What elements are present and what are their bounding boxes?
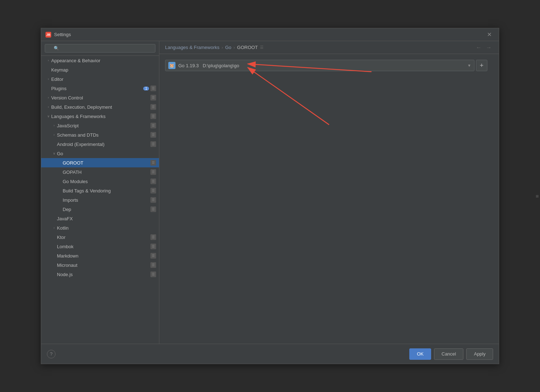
go-icon: 🐹 [168, 62, 175, 69]
plus-icon: + [480, 62, 484, 69]
sidebar-item-appearance[interactable]: › Appearance & Behavior [41, 56, 159, 65]
nav-back-arrow[interactable]: ← [474, 44, 483, 52]
sidebar-item-android[interactable]: Android (Experimental) ☰ [41, 139, 159, 149]
settings-icon: ☰ [150, 132, 156, 138]
sidebar-item-schemas[interactable]: › Schemas and DTDs ☰ [41, 130, 159, 139]
cancel-button[interactable]: Cancel [434, 348, 463, 360]
sidebar-item-kotlin[interactable]: › Kotlin [41, 223, 159, 232]
settings-icon: ☰ [150, 262, 156, 268]
sidebar-item-imports[interactable]: Imports ☰ [41, 195, 159, 205]
sidebar-item-goroot[interactable]: GOROOT ☰ [41, 158, 159, 167]
sidebar-item-label: GOROOT [63, 160, 149, 166]
breadcrumb-current: GOROOT [237, 45, 258, 50]
sidebar-item-label: Go Modules [63, 179, 149, 184]
settings-dialog: JB Settings ✕ 🔍 › Appearance & Behavior [41, 28, 499, 364]
sidebar-item-label: Go [57, 151, 156, 156]
breadcrumb-sep1: › [222, 45, 223, 50]
app-icon-label: JB [46, 33, 50, 36]
footer-buttons: OK Cancel Apply [409, 348, 493, 360]
chevron-down-icon: ∨ [45, 114, 51, 118]
nav-forward-arrow[interactable]: → [484, 44, 493, 52]
settings-icon: ☰ [150, 244, 156, 249]
content-area: Languages & Frameworks › Go › GOROOT ☰ ←… [159, 41, 499, 344]
sidebar-item-label: Build, Execution, Deployment [51, 104, 149, 110]
apply-button[interactable]: Apply [466, 348, 493, 360]
breadcrumb-part1: Languages & Frameworks [165, 45, 220, 50]
sidebar-item-label: Keymap [51, 67, 156, 73]
settings-icon: ☰ [150, 197, 156, 203]
sidebar-item-label: Languages & Frameworks [51, 114, 149, 119]
sidebar-item-label: Lombok [57, 244, 149, 249]
help-label: ? [50, 351, 52, 357]
settings-icon: ☰ [150, 271, 156, 277]
sidebar-item-build[interactable]: › Build, Execution, Deployment ☰ [41, 102, 159, 112]
sidebar-item-label: Schemas and DTDs [57, 132, 149, 138]
plugins-badge: 1 [143, 87, 149, 90]
go-version-dropdown[interactable]: 🐹 Go 1.19.3 D:\plug\golang\go ▼ [165, 60, 474, 71]
sidebar-item-label: Dep [63, 207, 149, 212]
chevron-right-icon: › [51, 226, 57, 230]
content-main: 🐹 Go 1.19.3 D:\plug\golang\go ▼ + [159, 54, 499, 344]
sidebar-item-ktor[interactable]: Ktor ☰ [41, 232, 159, 242]
settings-icon: ☰ [150, 178, 156, 184]
dropdown-arrow-icon: ▼ [467, 63, 471, 68]
sidebar-item-label: Ktor [57, 235, 149, 240]
breadcrumb-part2: Go [225, 45, 231, 50]
settings-icon: ☰ [150, 85, 156, 91]
chevron-down-icon: ∨ [51, 152, 57, 155]
close-button[interactable]: ✕ [484, 30, 495, 39]
dialog-title: Settings [54, 32, 484, 37]
chevron-right-icon: › [45, 59, 51, 62]
sidebar-item-gopath[interactable]: GOPATH ☰ [41, 167, 159, 177]
sidebar-item-plugins[interactable]: Plugins 1 ☰ [41, 84, 159, 93]
sidebar-item-label: Editor [51, 77, 156, 82]
settings-icon: ☰ [150, 160, 156, 166]
chevron-right-icon: › [45, 77, 51, 81]
go-version-value: Go 1.19.3 D:\plug\golang\go [178, 63, 467, 68]
sidebar-item-dep[interactable]: Dep ☰ [41, 205, 159, 214]
sidebar-item-build-tags[interactable]: Build Tags & Vendoring ☰ [41, 186, 159, 195]
go-version-text: Go 1.19.3 [178, 63, 199, 68]
sidebar-item-label: JavaFX [57, 216, 156, 221]
settings-icon: ☰ [150, 206, 156, 212]
sidebar-item-editor[interactable]: › Editor [41, 74, 159, 84]
help-button[interactable]: ? [47, 350, 56, 358]
svg-line-3 [248, 68, 329, 125]
sidebar: 🔍 › Appearance & Behavior Keymap › [41, 41, 159, 344]
chevron-right-icon: › [45, 96, 51, 99]
title-bar: JB Settings ✕ [41, 28, 499, 41]
search-wrapper: 🔍 [45, 44, 155, 53]
go-path-text: D:\plug\golang\go [203, 63, 239, 68]
sidebar-item-javafx[interactable]: JavaFX [41, 214, 159, 223]
sidebar-item-version-control[interactable]: › Version Control ☰ [41, 93, 159, 102]
settings-icon: ☰ [150, 113, 156, 119]
sidebar-item-go[interactable]: ∨ Go [41, 149, 159, 158]
app-icon: JB [45, 32, 51, 38]
settings-icon: ☰ [150, 169, 156, 175]
sidebar-item-nodejs[interactable]: Node.js ☰ [41, 270, 159, 279]
search-input[interactable] [45, 44, 155, 53]
ok-button[interactable]: OK [409, 348, 431, 360]
breadcrumb-menu-icon[interactable]: ☰ [260, 45, 264, 50]
add-sdk-button[interactable]: + [476, 60, 487, 71]
sidebar-item-languages[interactable]: ∨ Languages & Frameworks ☰ [41, 112, 159, 121]
annotation-arrows [159, 54, 499, 344]
sidebar-item-label: Appearance & Behavior [51, 58, 156, 63]
sidebar-item-markdown[interactable]: Markdown ☰ [41, 251, 159, 260]
sidebar-item-keymap[interactable]: Keymap [41, 65, 159, 74]
search-box: 🔍 [41, 41, 159, 56]
goroot-selector: 🐹 Go 1.19.3 D:\plug\golang\go ▼ + [165, 60, 487, 71]
settings-icon: ☰ [150, 141, 156, 147]
sidebar-item-go-modules[interactable]: Go Modules ☰ [41, 177, 159, 186]
sidebar-item-lombok[interactable]: Lombok ☰ [41, 242, 159, 251]
breadcrumb-bar: Languages & Frameworks › Go › GOROOT ☰ ←… [159, 41, 499, 54]
sidebar-item-label: JavaScript [57, 123, 149, 128]
sidebar-item-label: Node.js [57, 272, 149, 277]
breadcrumb-sep2: › [233, 45, 235, 50]
sidebar-item-label: Kotlin [57, 225, 156, 231]
tree-container: › Appearance & Behavior Keymap › Editor … [41, 56, 159, 344]
chevron-right-icon: › [51, 124, 57, 127]
sidebar-item-label: Build Tags & Vendoring [63, 188, 149, 193]
sidebar-item-micronaut[interactable]: Micronaut ☰ [41, 260, 159, 270]
sidebar-item-javascript[interactable]: › JavaScript ☰ [41, 121, 159, 130]
